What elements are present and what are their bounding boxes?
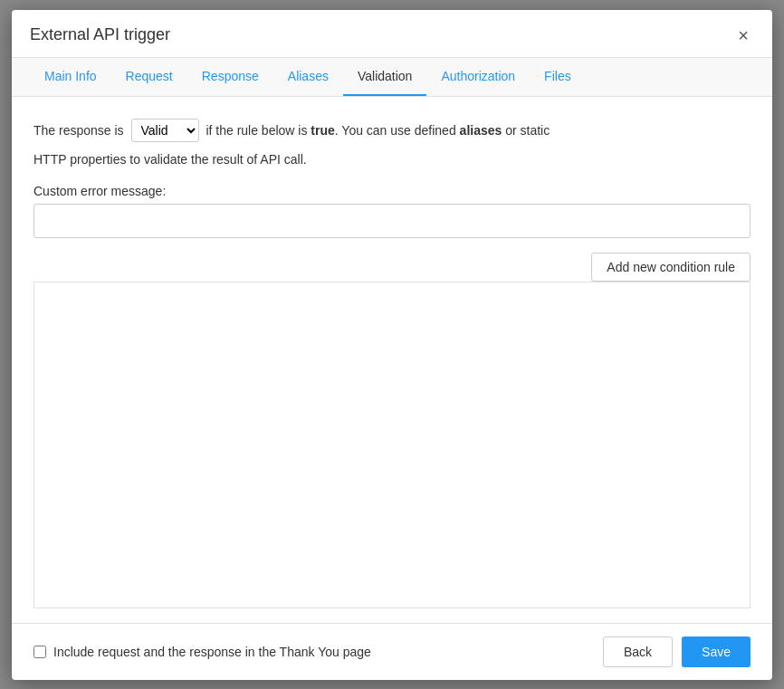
custom-error-input[interactable] [33, 204, 751, 238]
include-checkbox[interactable] [33, 646, 46, 658]
tab-bar: Main InfoRequestResponseAliasesValidatio… [12, 58, 772, 97]
description-line2: HTTP properties to validate the result o… [33, 149, 751, 169]
include-checkbox-label[interactable]: Include request and the response in the … [33, 645, 371, 659]
modal-title: External API trigger [30, 25, 170, 44]
modal-body: The response is ValidInvalid if the rule… [12, 97, 772, 623]
modal-header: External API trigger × [12, 10, 772, 58]
tab-aliases[interactable]: Aliases [273, 58, 343, 96]
close-button[interactable]: × [732, 24, 754, 46]
include-checkbox-text: Include request and the response in the … [53, 645, 371, 659]
desc-bold-true: true [311, 123, 334, 138]
desc-text-1: The response is [33, 123, 128, 138]
valid-dropdown[interactable]: ValidInvalid [131, 119, 199, 142]
desc-aliases: aliases [460, 123, 502, 138]
add-condition-area: Add new condition rule [33, 253, 751, 282]
tab-validation[interactable]: Validation [343, 58, 426, 96]
conditions-scroll-area [33, 282, 751, 608]
desc-text-2: if the rule below is [203, 123, 311, 138]
custom-error-label: Custom error message: [33, 184, 751, 198]
save-button[interactable]: Save [682, 636, 751, 667]
desc-line2-text: HTTP properties to validate the result o… [33, 152, 307, 167]
back-button[interactable]: Back [603, 636, 673, 667]
tab-main-info[interactable]: Main Info [30, 58, 111, 96]
tab-authorization[interactable]: Authorization [426, 58, 530, 96]
tab-files[interactable]: Files [530, 58, 586, 96]
add-condition-button[interactable]: Add new condition rule [591, 253, 751, 282]
modal-dialog: External API trigger × Main InfoRequestR… [12, 10, 772, 680]
tab-response[interactable]: Response [187, 58, 273, 96]
description-line1: The response is ValidInvalid if the rule… [33, 119, 751, 142]
desc-text-4: or static [502, 123, 550, 138]
tab-request[interactable]: Request [111, 58, 187, 96]
desc-text-3: . You can use defined [335, 123, 460, 138]
footer-buttons: Back Save [603, 636, 751, 667]
modal-footer: Include request and the response in the … [12, 623, 772, 680]
